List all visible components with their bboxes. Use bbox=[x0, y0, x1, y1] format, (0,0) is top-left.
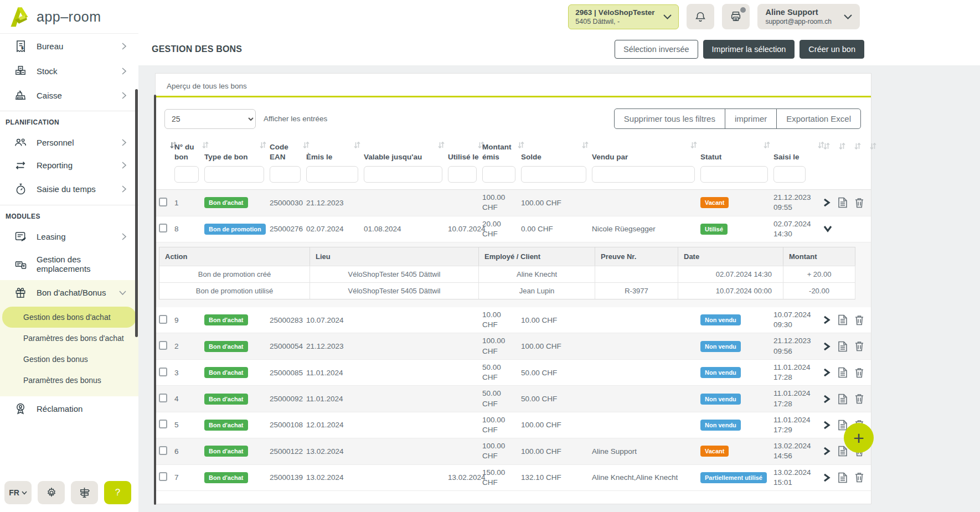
table-row: 1 Bon d'achat 25000030 21.12.2023 100.00… bbox=[156, 190, 871, 216]
row-checkbox[interactable] bbox=[159, 394, 167, 402]
row-checkbox[interactable] bbox=[159, 472, 167, 481]
header-actions[interactable] bbox=[823, 142, 871, 162]
sidebar-item-caisse[interactable]: Caisse bbox=[0, 83, 138, 107]
document-icon[interactable] bbox=[838, 367, 848, 378]
cell-ean-code: 25000139 bbox=[270, 473, 306, 482]
filter-input-emis[interactable] bbox=[306, 166, 358, 183]
table-controls: 25 Afficher les entrées Supprimer tous l… bbox=[156, 97, 871, 137]
signpost-button[interactable] bbox=[71, 481, 98, 504]
type-badge: Bon d'achat bbox=[204, 420, 248, 431]
header-utilise[interactable]: Utilisé le bbox=[448, 142, 482, 162]
row-checkbox[interactable] bbox=[159, 341, 167, 350]
sidebar-item-leasing[interactable]: Leasing bbox=[0, 225, 138, 248]
sidebar-item-personnel[interactable]: Personnel bbox=[0, 131, 138, 154]
trash-icon[interactable] bbox=[855, 472, 864, 483]
sidebar-item-saisie-du-temps[interactable]: Saisie du temps bbox=[0, 177, 138, 201]
expand-row-chevron-icon[interactable] bbox=[823, 421, 831, 430]
help-button[interactable]: ? bbox=[104, 481, 131, 504]
document-icon[interactable] bbox=[838, 446, 848, 457]
expand-row-chevron-icon[interactable] bbox=[823, 395, 831, 404]
cell-ean-code: 25000092 bbox=[270, 395, 306, 403]
sidebar-item-reporting[interactable]: Reporting bbox=[0, 154, 138, 177]
submenu-item-gestion-des-bons-dachat[interactable]: Gestion des bons d'achat bbox=[2, 307, 136, 328]
user-menu[interactable]: Aline Support support@app-room.ch bbox=[757, 4, 860, 29]
sidebar-scrollbar[interactable] bbox=[135, 89, 138, 337]
filter-input-utilise[interactable] bbox=[448, 166, 477, 183]
header-type[interactable]: Type de bon bbox=[204, 142, 270, 162]
filter-input-saisi[interactable] bbox=[773, 166, 806, 183]
create-voucher-button[interactable]: Créer un bon bbox=[800, 40, 864, 59]
filter-input-montant[interactable] bbox=[482, 166, 515, 183]
filter-input-solde[interactable] bbox=[521, 166, 586, 183]
cell-used-date: 13.02.2024 bbox=[448, 473, 482, 482]
header-code[interactable]: Code EAN bbox=[270, 142, 306, 162]
invert-selection-button[interactable]: Sélection inversée bbox=[615, 40, 698, 59]
row-checkbox[interactable] bbox=[159, 198, 167, 206]
tab-apercu-bons[interactable]: Aperçu de tous les bons bbox=[167, 82, 247, 90]
trash-icon[interactable] bbox=[855, 368, 864, 378]
clear-filters-button[interactable]: Supprimer tous les filtres bbox=[614, 108, 725, 129]
expand-row-chevron-icon[interactable] bbox=[823, 316, 831, 324]
print-queue-button[interactable] bbox=[722, 4, 750, 29]
document-icon[interactable] bbox=[838, 197, 848, 208]
sidebar-item-stock[interactable]: Stock bbox=[0, 59, 138, 83]
filter-input-statut[interactable] bbox=[700, 166, 768, 183]
row-checkbox[interactable] bbox=[159, 446, 167, 455]
filter-input-type[interactable] bbox=[204, 166, 264, 183]
header-solde[interactable]: Solde bbox=[521, 142, 592, 162]
document-icon[interactable] bbox=[838, 341, 848, 352]
trash-icon[interactable] bbox=[855, 198, 864, 208]
header-vendu[interactable]: Vendu par bbox=[592, 142, 700, 162]
submenu-item-parametres-des-bonus[interactable]: Paramètres des bonus bbox=[0, 370, 138, 391]
header-num[interactable]: N° du bon bbox=[174, 142, 204, 162]
document-icon[interactable] bbox=[838, 394, 848, 405]
header-statut[interactable]: Statut bbox=[700, 142, 773, 162]
collapse-row-chevron-icon[interactable] bbox=[823, 225, 832, 232]
export-excel-button[interactable]: Exportation Excel bbox=[776, 108, 861, 129]
print-table-button[interactable]: imprimer bbox=[725, 108, 777, 129]
expand-row-chevron-icon[interactable] bbox=[823, 198, 831, 207]
cell-issued-date: 10.07.2024 bbox=[306, 316, 364, 324]
content-scrollbar[interactable] bbox=[154, 95, 156, 505]
expand-row-chevron-icon[interactable] bbox=[823, 368, 831, 377]
submenu-item-parametres-des-bons-dachat[interactable]: Paramètres des bons d'achat bbox=[0, 328, 138, 349]
cell-sold-by: Aline Support bbox=[592, 447, 700, 456]
sidebar-item-gestion-des-emplacements[interactable]: Gestion des emplacements bbox=[0, 248, 138, 280]
print-selection-button[interactable]: Imprimer la sélection bbox=[703, 40, 795, 59]
sidebar-item-bureau[interactable]: $ Bureau bbox=[0, 34, 138, 59]
create-voucher-fab[interactable]: + bbox=[844, 423, 874, 453]
status-badge: Partiellement utilisé bbox=[700, 472, 767, 483]
header-montant[interactable]: Montant émis bbox=[482, 142, 521, 162]
filter-input-valable[interactable] bbox=[364, 166, 442, 183]
document-icon[interactable] bbox=[838, 472, 848, 483]
subtable-cell-preuve bbox=[595, 266, 678, 282]
company-selector[interactable]: 2963 | VéloShopTester 5405 Dättwil, - bbox=[568, 4, 679, 29]
row-checkbox[interactable] bbox=[159, 420, 167, 428]
trash-icon[interactable] bbox=[855, 394, 864, 404]
filter-input-vendu[interactable] bbox=[592, 166, 695, 183]
language-selector[interactable]: FR bbox=[4, 481, 32, 504]
expand-row-chevron-icon[interactable] bbox=[823, 473, 831, 482]
print-queue-badge bbox=[740, 7, 746, 13]
filter-input-code[interactable] bbox=[270, 166, 301, 183]
cell-entered-date: 11.01.2024 17:29 bbox=[773, 415, 819, 435]
document-icon[interactable] bbox=[838, 314, 848, 325]
trash-icon[interactable] bbox=[855, 341, 864, 351]
sidebar-item-bon-achat-bonus[interactable]: Bon d'achat/Bonus bbox=[0, 280, 138, 306]
header-valable[interactable]: Valable jusqu'au bbox=[364, 142, 448, 162]
sidebar-item-reclamation[interactable]: Réclamation bbox=[0, 396, 138, 421]
filter-input-num[interactable] bbox=[174, 166, 199, 183]
settings-button[interactable] bbox=[38, 481, 65, 504]
expand-row-chevron-icon[interactable] bbox=[823, 342, 831, 351]
row-checkbox[interactable] bbox=[159, 368, 167, 376]
trash-icon[interactable] bbox=[855, 315, 864, 325]
expand-row-chevron-icon[interactable] bbox=[823, 447, 831, 456]
row-checkbox[interactable] bbox=[159, 315, 167, 324]
notifications-button[interactable] bbox=[687, 4, 714, 29]
row-checkbox[interactable] bbox=[159, 224, 167, 232]
page-size-select[interactable]: 25 bbox=[164, 109, 256, 129]
header-saisi[interactable]: Saisi le bbox=[773, 142, 823, 162]
header-select[interactable] bbox=[159, 142, 174, 162]
submenu-item-gestion-des-bonus[interactable]: Gestion des bonus bbox=[0, 349, 138, 370]
header-emis[interactable]: Èmis le bbox=[306, 142, 364, 162]
